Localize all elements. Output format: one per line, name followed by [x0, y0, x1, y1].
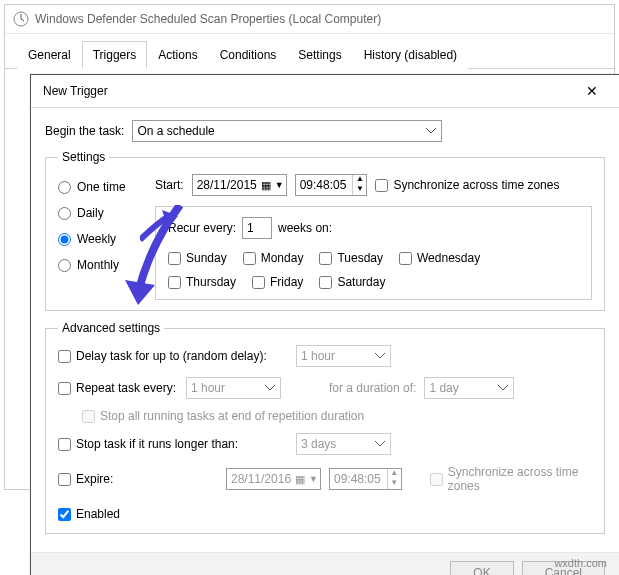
day-saturday[interactable]: Saturday — [319, 275, 385, 289]
tab-settings[interactable]: Settings — [287, 41, 352, 69]
radio-monthly[interactable]: Monthly — [58, 258, 143, 272]
advanced-fieldset: Advanced settings Delay task for up to (… — [45, 321, 605, 534]
schedule-radio-group: One time Daily Weekly Monthly — [58, 174, 143, 300]
chevron-down-icon: ▼ — [309, 474, 318, 484]
calendar-icon: ▦ — [261, 179, 271, 192]
titlebar: Windows Defender Scheduled Scan Properti… — [5, 5, 614, 34]
start-date-picker[interactable]: 28/11/2015 ▦ ▼ — [192, 174, 287, 196]
dialog-title: New Trigger — [43, 84, 108, 98]
day-wednesday[interactable]: Wednesday — [399, 251, 480, 265]
time-spinner[interactable]: ▲▼ — [387, 469, 401, 489]
ok-button[interactable]: OK — [450, 561, 513, 575]
radio-weekly[interactable]: Weekly — [58, 232, 143, 246]
day-thursday[interactable]: Thursday — [168, 275, 236, 289]
expire-time-picker[interactable]: 09:48:05 ▲▼ — [329, 468, 402, 490]
tab-row: General Triggers Actions Conditions Sett… — [5, 34, 614, 69]
recur-suffix: weeks on: — [278, 221, 332, 235]
radio-daily[interactable]: Daily — [58, 206, 143, 220]
repeat-checkbox[interactable]: Repeat task every: — [58, 381, 178, 395]
delay-value-select[interactable]: 1 hour — [296, 345, 391, 367]
advanced-legend: Advanced settings — [58, 321, 164, 335]
begin-task-select[interactable]: On a schedule — [132, 120, 442, 142]
expire-date-picker[interactable]: 28/11/2016 ▦ ▼ — [226, 468, 321, 490]
day-monday[interactable]: Monday — [243, 251, 304, 265]
chevron-down-icon: ▼ — [275, 180, 284, 190]
recur-box: Recur every: weeks on: Sunday Monday Tue… — [155, 206, 592, 300]
tab-history[interactable]: History (disabled) — [353, 41, 468, 69]
time-spinner[interactable]: ▲▼ — [352, 175, 366, 195]
stop-if-value-select[interactable]: 3 days — [296, 433, 391, 455]
duration-label: for a duration of: — [329, 381, 416, 395]
tab-general[interactable]: General — [17, 41, 82, 69]
expire-sync-checkbox[interactable]: Synchronize across time zones — [430, 465, 592, 493]
begin-task-label: Begin the task: — [45, 124, 124, 138]
footer-credit: wxdth.com — [554, 557, 607, 569]
tab-triggers[interactable]: Triggers — [82, 41, 148, 69]
enabled-checkbox[interactable]: Enabled — [58, 507, 218, 521]
start-label: Start: — [155, 178, 184, 192]
duration-value-select[interactable]: 1 day — [424, 377, 514, 399]
recur-value-input[interactable] — [242, 217, 272, 239]
stop-all-checkbox[interactable]: Stop all running tasks at end of repetit… — [82, 409, 364, 423]
repeat-value-select[interactable]: 1 hour — [186, 377, 281, 399]
stop-if-checkbox[interactable]: Stop task if it runs longer than: — [58, 437, 258, 451]
tab-actions[interactable]: Actions — [147, 41, 208, 69]
day-friday[interactable]: Friday — [252, 275, 303, 289]
settings-fieldset: Settings One time Daily Weekly Monthly S… — [45, 150, 605, 311]
recur-prefix: Recur every: — [168, 221, 236, 235]
start-time-picker[interactable]: 09:48:05 ▲▼ — [295, 174, 368, 196]
delay-checkbox[interactable]: Delay task for up to (random delay): — [58, 349, 288, 363]
tab-conditions[interactable]: Conditions — [209, 41, 288, 69]
close-icon[interactable]: ✕ — [577, 83, 607, 99]
new-trigger-dialog: New Trigger ✕ Begin the task: On a sched… — [30, 74, 619, 575]
day-sunday[interactable]: Sunday — [168, 251, 227, 265]
radio-one-time[interactable]: One time — [58, 180, 143, 194]
calendar-icon: ▦ — [295, 473, 305, 486]
window-title: Windows Defender Scheduled Scan Properti… — [35, 12, 381, 26]
expire-checkbox[interactable]: Expire: — [58, 472, 218, 486]
settings-legend: Settings — [58, 150, 109, 164]
sync-timezones-checkbox[interactable]: Synchronize across time zones — [375, 178, 559, 192]
clock-icon — [13, 11, 29, 27]
day-tuesday[interactable]: Tuesday — [319, 251, 383, 265]
dialog-button-row: OK Cancel — [31, 552, 619, 575]
